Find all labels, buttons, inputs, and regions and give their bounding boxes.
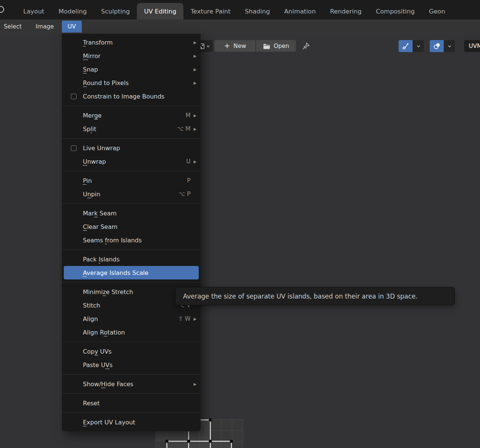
workspace-tabs: LayoutModelingSculptingUV EditingTexture… — [16, 3, 452, 19]
image-menu[interactable]: Image — [35, 19, 55, 34]
menu-item-unwrap[interactable]: UnwrapU▶ — [64, 155, 199, 168]
tab-sculpting[interactable]: Sculpting — [94, 3, 137, 19]
menu-item-mark-seam[interactable]: Mark Seam — [64, 206, 199, 220]
menu-item-seams-from-islands[interactable]: Seams from Islands — [64, 233, 199, 247]
menu-item-pin[interactable]: PinP — [64, 174, 199, 187]
menu-item-label: Split — [83, 125, 177, 133]
submenu-arrow-icon: ▶ — [192, 317, 196, 321]
menu-item-constrain-to-image-bounds[interactable]: Constrain to Image Bounds — [64, 90, 199, 103]
submenu-arrow-icon: ▶ — [192, 54, 196, 58]
menu-separator — [62, 372, 201, 377]
plus-icon — [224, 43, 230, 49]
chevron-down-icon — [448, 45, 452, 48]
folder-icon — [263, 43, 270, 49]
select-menu[interactable]: Select — [3, 19, 22, 34]
checkbox-spacer — [71, 53, 76, 59]
checkbox-icon — [71, 145, 76, 151]
menu-separator — [62, 168, 201, 174]
workspace-tabbar: LayoutModelingSculptingUV EditingTexture… — [0, 0, 480, 19]
uv-menu-button[interactable]: UV — [62, 21, 82, 33]
tab-compositing[interactable]: Compositing — [369, 3, 422, 19]
overlay-icon — [433, 42, 441, 50]
checkbox-spacer — [71, 159, 76, 164]
menu-item-label: Merge — [83, 112, 186, 119]
menu-item-transform[interactable]: Transform▶ — [64, 36, 199, 49]
tab-geon[interactable]: Geon — [422, 3, 453, 19]
gizmo-toggle-button[interactable] — [399, 40, 412, 52]
tab-rendering[interactable]: Rendering — [323, 3, 369, 19]
checkbox-spacer — [71, 80, 76, 86]
checkbox-icon — [71, 94, 76, 99]
menu-item-mirror[interactable]: Mirror▶ — [64, 49, 199, 63]
menu-separator — [62, 136, 201, 141]
shortcut-label: P — [187, 177, 190, 184]
open-button-label: Open — [274, 43, 289, 49]
menu-item-pack-islands[interactable]: Pack Islands — [64, 252, 199, 266]
menu-item-label: Mirror — [83, 52, 190, 60]
checkbox-spacer — [71, 349, 76, 354]
menu-item-label: Stitch — [83, 302, 178, 309]
checkbox-spacer — [71, 257, 76, 262]
new-image-button[interactable]: New — [214, 40, 255, 52]
checkbox-spacer — [71, 400, 76, 406]
submenu-arrow-icon: ▶ — [192, 160, 196, 164]
uv-map-selector[interactable]: UVM — [464, 40, 480, 52]
chevron-down-icon — [417, 45, 420, 48]
chevron-down-icon — [206, 45, 210, 48]
menu-separator — [62, 391, 201, 396]
tab-texture-paint[interactable]: Texture Paint — [183, 3, 237, 19]
open-image-button[interactable]: Open — [256, 40, 296, 52]
checkbox-spacer — [71, 330, 76, 335]
menu-item-round-to-pixels[interactable]: Round to Pixels▶ — [64, 76, 199, 90]
menu-item-reset[interactable]: Reset — [64, 396, 199, 410]
menu-item-average-islands-scale[interactable]: Average Islands Scale — [64, 266, 199, 279]
checkbox-spacer — [71, 381, 76, 387]
menu-item-label: Average Islands Scale — [83, 269, 190, 276]
menu-separator — [62, 247, 201, 252]
gizmo-dropdown-button[interactable] — [413, 40, 424, 52]
shortcut-label: M — [186, 112, 190, 119]
menu-separator — [62, 410, 201, 415]
menu-item-label: Round to Pixels — [83, 79, 190, 87]
checkbox-spacer — [71, 126, 76, 132]
menu-item-snap[interactable]: Snap▶ — [64, 63, 199, 76]
tab-layout[interactable]: Layout — [16, 3, 51, 19]
checkbox-spacer — [71, 40, 76, 45]
menu-item-live-unwrap[interactable]: Live Unwrap — [64, 141, 199, 155]
menu-item-label: Paste UVs — [83, 361, 190, 369]
checkbox-spacer — [71, 178, 76, 184]
gizmo-group — [399, 40, 424, 52]
tab-uv-editing[interactable]: UV Editing — [137, 3, 183, 19]
tooltip-text: Average the size of separate UV islands,… — [183, 293, 418, 300]
checkbox-spacer — [71, 113, 76, 118]
menu-item-label: Reset — [83, 400, 190, 407]
overlays-dropdown-button[interactable] — [444, 40, 455, 52]
checkbox-spacer — [71, 362, 76, 368]
submenu-arrow-icon: ▶ — [192, 127, 196, 131]
menu-item-unpin[interactable]: Unpin⌥ P — [64, 187, 199, 201]
uv-map-name: UVM — [469, 43, 480, 49]
menu-item-export-uv-layout[interactable]: Export UV Layout — [64, 415, 199, 429]
menu-item-label: Show/Hide Faces — [83, 381, 190, 388]
menu-item-label: Unwrap — [83, 158, 186, 165]
tab-shading[interactable]: Shading — [238, 3, 277, 19]
menu-item-align-rotation[interactable]: Align Rotation — [64, 326, 199, 339]
menu-item-label: Copy UVs — [83, 348, 190, 355]
menu-item-label: Seams from Islands — [83, 237, 190, 244]
menu-item-split[interactable]: Split⌥ M▶ — [64, 122, 199, 136]
menu-item-clear-seam[interactable]: Clear Seam — [64, 220, 199, 233]
submenu-arrow-icon: ▶ — [192, 113, 196, 118]
tab-modeling[interactable]: Modeling — [51, 3, 94, 19]
menu-item-merge[interactable]: MergeM▶ — [64, 109, 199, 122]
uv-menu-dropdown: Transform▶Mirror▶Snap▶Round to Pixels▶Co… — [62, 34, 201, 431]
tab-animation[interactable]: Animation — [277, 3, 323, 19]
menu-item-align[interactable]: Align⇧ W▶ — [64, 312, 199, 326]
pin-image-button[interactable] — [300, 40, 312, 52]
tooltip: Average the size of separate UV islands,… — [175, 287, 455, 305]
menu-item-paste-uvs[interactable]: Paste UVs — [64, 358, 199, 372]
menu-item-copy-uvs[interactable]: Copy UVs — [64, 345, 199, 358]
overlays-toggle-button[interactable] — [430, 40, 444, 52]
menu-separator — [62, 103, 201, 109]
menu-item-show-hide-faces[interactable]: Show/Hide Faces▶ — [64, 377, 199, 391]
shortcut-label: ⌥ M — [177, 125, 190, 132]
